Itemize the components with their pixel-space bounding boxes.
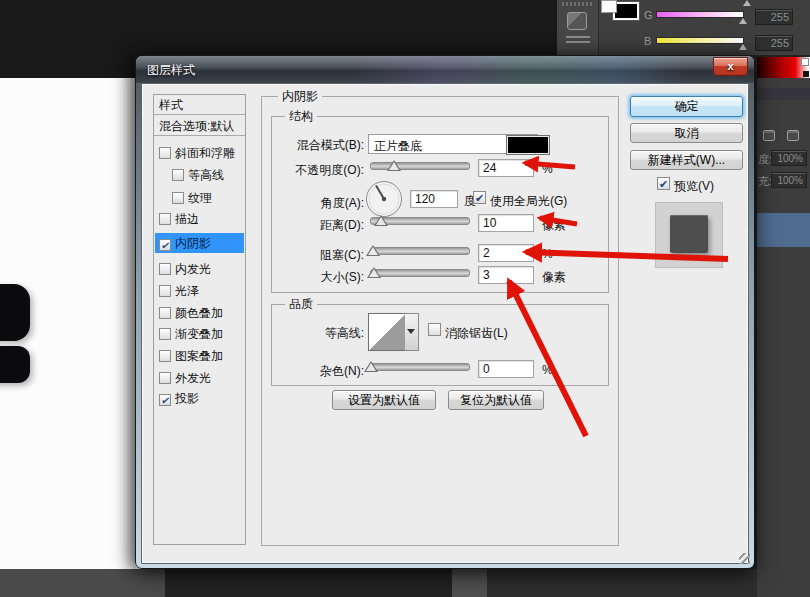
- size-field[interactable]: 3: [478, 266, 534, 284]
- checkbox-icon[interactable]: [172, 192, 184, 204]
- preview-checkbox[interactable]: ✔: [657, 177, 670, 190]
- opacity-label: 度:: [758, 152, 772, 167]
- sidebar-item-satin[interactable]: 光泽: [155, 281, 244, 301]
- sidebar-item-stroke[interactable]: 描边: [155, 209, 244, 229]
- sidebar-item-inner-glow[interactable]: 内发光: [155, 259, 244, 279]
- layers-panel-divider: [757, 88, 810, 100]
- panel-title: 内阴影: [278, 89, 322, 104]
- distance-unit: 像素: [542, 217, 566, 234]
- canvas-shape-bottom: [0, 346, 30, 383]
- checkbox-icon[interactable]: [159, 147, 171, 159]
- fill-label: 充:: [758, 174, 772, 189]
- fill-field[interactable]: 100%: [771, 172, 807, 188]
- opacity-field[interactable]: 24: [478, 159, 534, 177]
- ok-button[interactable]: 确定: [630, 96, 743, 117]
- green-value-field[interactable]: 255: [755, 9, 793, 25]
- checkbox-icon[interactable]: [159, 350, 171, 362]
- sidebar-item-texture[interactable]: 纹理: [155, 188, 244, 208]
- cancel-button[interactable]: 取消: [630, 123, 743, 143]
- layer-style-dialog: 图层样式 x 样式 混合选项:默认 斜面和浮雕 等高线 纹理 描边 ✔内阴影 内…: [135, 55, 755, 569]
- checkbox-icon[interactable]: ✔: [159, 394, 171, 406]
- checkbox-icon[interactable]: ✔: [159, 239, 171, 251]
- white-swatch: [801, 58, 809, 66]
- opacity-slider[interactable]: [370, 158, 470, 173]
- slider-thumb[interactable]: [364, 361, 378, 372]
- slider-thumb[interactable]: [374, 215, 388, 226]
- dialog-titlebar[interactable]: 图层样式: [136, 56, 754, 83]
- new-style-button[interactable]: 新建样式(W)...: [630, 150, 743, 170]
- lock-icon[interactable]: [763, 130, 775, 141]
- antialias-checkbox[interactable]: [428, 323, 441, 336]
- checkbox-icon[interactable]: [159, 307, 171, 319]
- sidebar-item-color-overlay[interactable]: 颜色叠加: [155, 303, 244, 323]
- shadow-color-swatch[interactable]: [506, 135, 550, 155]
- sidebar-item-blending-options[interactable]: 混合选项:默认: [154, 116, 245, 136]
- workspace-bottom-divider: [452, 569, 487, 597]
- workspace-bottom-strip: [0, 569, 165, 597]
- green-channel-slider[interactable]: [656, 11, 744, 18]
- lock-all-icon[interactable]: [787, 130, 799, 141]
- sidebar-item-bevel-emboss[interactable]: 斜面和浮雕: [155, 143, 244, 163]
- slider-track: [370, 162, 470, 170]
- color-ramp[interactable]: [757, 57, 810, 78]
- sidebar-item-outer-glow[interactable]: 外发光: [155, 368, 244, 388]
- slider-thumb[interactable]: [387, 160, 401, 171]
- angle-field[interactable]: 120: [410, 190, 458, 208]
- noise-label: 杂色(N):: [254, 363, 364, 380]
- sidebar-item-pattern-overlay[interactable]: 图案叠加: [155, 346, 244, 366]
- slider-track: [370, 269, 470, 277]
- close-button[interactable]: x: [713, 57, 748, 76]
- sidebar-item-gradient-overlay[interactable]: 渐变叠加: [155, 324, 244, 344]
- checkbox-icon[interactable]: [172, 169, 184, 181]
- opacity-label: 不透明度(O):: [254, 162, 364, 179]
- blue-channel-slider[interactable]: [656, 37, 744, 44]
- 3d-material-icon[interactable]: [567, 12, 587, 30]
- slider-thumb-icon[interactable]: [739, 44, 747, 50]
- checkbox-icon[interactable]: [159, 263, 171, 275]
- global-light-label: 使用全局光(G): [490, 193, 567, 210]
- slider-thumb[interactable]: [366, 245, 380, 256]
- choke-unit: %: [542, 247, 553, 261]
- angle-label: 角度(A):: [254, 195, 364, 212]
- slider-thumb-icon[interactable]: [739, 18, 747, 24]
- slider-track: [370, 363, 470, 371]
- contour-dropdown-button[interactable]: [405, 313, 419, 351]
- checkbox-icon[interactable]: [159, 328, 171, 340]
- workspace-bottom-strip: [165, 569, 452, 597]
- sidebar-item-drop-shadow[interactable]: ✔投影: [155, 388, 244, 408]
- choke-field[interactable]: 2: [478, 244, 534, 262]
- slider-thumb[interactable]: [367, 267, 381, 278]
- checkbox-icon[interactable]: [159, 285, 171, 297]
- selected-layer-row[interactable]: [757, 213, 810, 247]
- resize-grip[interactable]: [739, 553, 750, 564]
- blend-mode-label: 混合模式(B):: [254, 137, 364, 154]
- checkbox-icon[interactable]: [159, 372, 171, 384]
- choke-slider[interactable]: [370, 243, 470, 258]
- size-slider[interactable]: [370, 265, 470, 280]
- panel-icon-column: [557, 0, 599, 55]
- foreground-color-swatch[interactable]: [601, 0, 617, 13]
- checkbox-icon[interactable]: [159, 213, 171, 225]
- slider-thumb-icon[interactable]: [743, 0, 751, 6]
- distance-field[interactable]: 10: [478, 214, 534, 232]
- panel-list-icon: [566, 36, 590, 46]
- sidebar-item-styles[interactable]: 样式: [154, 95, 245, 115]
- sidebar-item-inner-shadow[interactable]: ✔内阴影: [155, 233, 244, 253]
- styles-list: 样式 混合选项:默认 斜面和浮雕 等高线 纹理 描边 ✔内阴影 内发光 光泽 颜…: [153, 94, 246, 545]
- opacity-field[interactable]: 100%: [771, 150, 807, 166]
- set-default-button[interactable]: 设置为默认值: [332, 390, 436, 410]
- sidebar-item-contour[interactable]: 等高线: [155, 165, 244, 185]
- screenshot-root: G 255 B 255 度: 100% 充: 100% 图层样式 x 样式 混合…: [0, 0, 810, 597]
- noise-unit: %: [542, 363, 553, 377]
- noise-slider[interactable]: [370, 359, 470, 374]
- reset-default-button[interactable]: 复位为默认值: [448, 390, 544, 410]
- blue-value-field[interactable]: 255: [755, 35, 793, 51]
- preview-shape: [670, 215, 708, 253]
- size-label: 大小(S):: [254, 269, 364, 286]
- titlebar-sheen: [356, 56, 686, 83]
- green-channel-label: G: [644, 9, 653, 21]
- noise-field[interactable]: 0: [478, 360, 534, 378]
- global-light-checkbox[interactable]: ✔: [473, 191, 486, 204]
- distance-slider[interactable]: [370, 213, 470, 228]
- contour-picker[interactable]: [368, 313, 406, 351]
